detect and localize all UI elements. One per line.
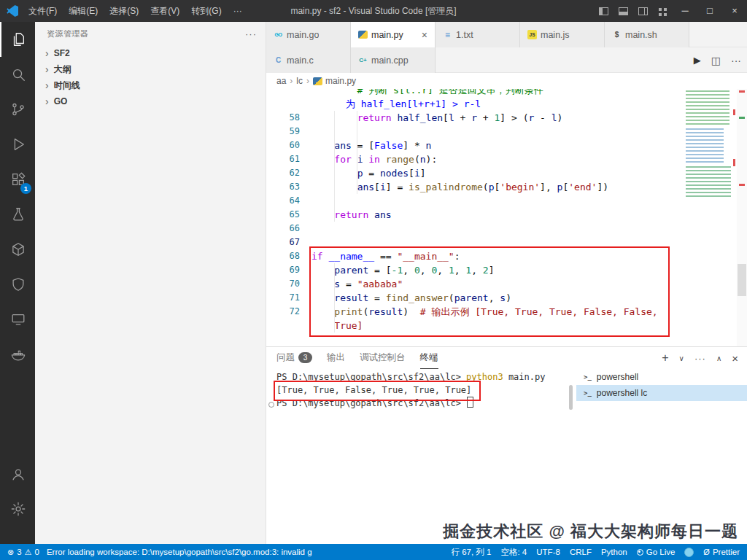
terminal-list-item-1[interactable]: powershell lc (576, 385, 747, 401)
code-text: s = "aababa" (311, 277, 403, 291)
toggle-panel-icon[interactable] (619, 7, 628, 15)
close-tab-icon[interactable]: × (422, 29, 427, 41)
status-go-live[interactable]: Go Live (637, 548, 676, 556)
title-bar: 文件(F)编辑(E)选择(S)查看(V)转到(G)··· main.py - s… (0, 0, 747, 22)
menu-item-5[interactable]: ··· (228, 0, 248, 22)
problems-status[interactable]: ⊗ 3 ⚠ 0 (7, 548, 39, 557)
close-panel-icon[interactable]: × (732, 352, 738, 365)
code-line: 为 half_len[l+r+1] > r-l (266, 97, 737, 111)
slash-icon (703, 548, 710, 556)
status-prettier[interactable]: Prettier (703, 548, 740, 556)
maximize-panel-icon[interactable]: ∧ (716, 354, 721, 362)
panel-tab-2[interactable]: 调试控制台 (360, 348, 406, 369)
breadcrumb-item-2[interactable]: main.py (325, 76, 356, 86)
code-text: True] (311, 319, 363, 332)
tab-main.go[interactable]: main.go (266, 22, 351, 47)
extensions-icon[interactable]: 1 (0, 162, 35, 197)
menu-item-2[interactable]: 选择(S) (104, 0, 144, 22)
new-terminal-icon[interactable]: + (662, 351, 668, 365)
search-icon[interactable] (0, 57, 35, 92)
scrollbar-thumb[interactable] (738, 264, 746, 296)
tab-main.py[interactable]: main.py× (351, 22, 436, 47)
tab-main.cpp[interactable]: main.cpp (351, 47, 436, 73)
menu-item-1[interactable]: 编辑(E) (63, 0, 104, 22)
menu-item-0[interactable]: 文件(F) (23, 0, 63, 22)
minimap[interactable] (684, 89, 737, 346)
toggle-sidebar-icon[interactable] (599, 7, 608, 15)
close-button[interactable]: × (722, 0, 747, 22)
shield-extension-icon[interactable] (0, 267, 35, 302)
maximize-button[interactable]: □ (697, 0, 722, 22)
tab-main.c[interactable]: main.c (266, 47, 351, 73)
line-number: 61 (266, 152, 311, 166)
status-language-mode[interactable]: Python (601, 548, 627, 556)
warning-icon: ⚠ (25, 548, 32, 557)
tab-label: main.c (287, 55, 314, 66)
sidebar-item-1[interactable]: ›大纲 (35, 61, 266, 77)
panel-more-actions-icon[interactable]: ··· (694, 353, 706, 364)
editor-scrollbar[interactable] (737, 89, 747, 346)
panel-tab-3[interactable]: 终端 (420, 348, 438, 369)
tab-1.txt[interactable]: 1.txt (436, 22, 520, 47)
account-icon[interactable] (0, 456, 35, 491)
status-encoding[interactable]: UTF-8 (536, 548, 560, 556)
sidebar-item-0[interactable]: ›SF2 (35, 45, 266, 61)
broadcast-icon (637, 549, 643, 556)
code-text: for i in range(n): (311, 152, 437, 166)
line-number: 64 (266, 194, 311, 208)
panel-tab-bar: 问题3输出调试控制台终端 (276, 347, 438, 369)
code-line: 65 return ans (266, 208, 737, 222)
terminal-output[interactable]: PS D:\mysetup\gopath\src\sf2\aa\lc> pyth… (276, 370, 565, 410)
status-eol[interactable]: CRLF (570, 548, 592, 556)
tab-label: 1.txt (456, 30, 473, 40)
code-text: if __name__ == "__main__": (311, 249, 460, 263)
sidebar-item-3[interactable]: ›GO (35, 93, 266, 109)
terminal-list-item-0[interactable]: powershell (576, 369, 747, 385)
panel-tab-1[interactable]: 输出 (327, 348, 345, 369)
tab-row-1: main.gomain.py×1.txtmain.jsmain.sh (266, 22, 747, 47)
run-python-file-button[interactable]: ▶ (694, 55, 701, 66)
status-go-extension[interactable] (684, 548, 694, 557)
overview-error-mark (739, 184, 745, 186)
minimap-error-mark (733, 109, 735, 115)
panel-tab-0[interactable]: 问题3 (276, 348, 312, 369)
txt-file-icon (443, 30, 452, 39)
sidebar-item-2[interactable]: ›时间线 (35, 77, 266, 93)
tab-main.sh[interactable]: main.sh (605, 22, 689, 47)
toggle-secondary-sidebar-icon[interactable] (638, 7, 648, 15)
menu-item-4[interactable]: 转到(G) (185, 0, 227, 22)
overview-error-mark (739, 90, 745, 93)
run-debug-icon[interactable] (0, 127, 35, 162)
code-editor[interactable]: # 判断 s[l..r] 是否是回文串，判断条件 为 half_len[l+r+… (266, 89, 737, 346)
minimize-button[interactable]: ─ (673, 0, 697, 22)
package-extension-icon[interactable] (0, 232, 35, 267)
status-indentation[interactable]: 空格: 4 (500, 547, 527, 558)
split-editor-icon[interactable]: ◫ (711, 55, 721, 66)
sh-file-icon (612, 30, 622, 39)
code-text: p = nodes[i] (311, 166, 426, 180)
terminal-profile-dropdown-icon[interactable]: ∨ (679, 354, 684, 362)
source-control-icon[interactable] (0, 92, 35, 127)
sidebar-title: 资源管理器 (47, 28, 89, 39)
terminal-scrollbar[interactable] (569, 385, 573, 410)
vscode-logo-icon[interactable] (7, 5, 18, 17)
editor-more-actions-icon[interactable]: ··· (731, 55, 741, 66)
remote-explorer-icon[interactable] (0, 302, 35, 337)
settings-gear-icon[interactable] (0, 491, 35, 526)
code-line: 62 p = nodes[i] (266, 166, 737, 180)
code-line: 63 ans[i] = is_palindrome(p['begin'], p[… (266, 180, 737, 194)
warning-count: 0 (35, 548, 39, 556)
breadcrumb-separator: › (290, 76, 293, 86)
docker-icon[interactable] (0, 337, 35, 372)
status-cursor-position[interactable]: 行 67, 列 1 (452, 547, 492, 558)
explorer-icon[interactable] (0, 22, 35, 57)
breadcrumb-item-0[interactable]: aa (276, 76, 286, 86)
gopher-icon (684, 548, 694, 557)
explorer-more-actions-icon[interactable]: ··· (245, 28, 257, 39)
menu-item-3[interactable]: 查看(V) (144, 0, 185, 22)
workspace-error-message[interactable]: Error loading workspace: D:\mysetup\gopa… (47, 548, 312, 556)
tab-main.js[interactable]: main.js (520, 22, 605, 47)
customize-layout-icon[interactable] (658, 7, 667, 15)
testing-icon[interactable] (0, 197, 35, 232)
breadcrumb-item-1[interactable]: lc (296, 76, 303, 86)
